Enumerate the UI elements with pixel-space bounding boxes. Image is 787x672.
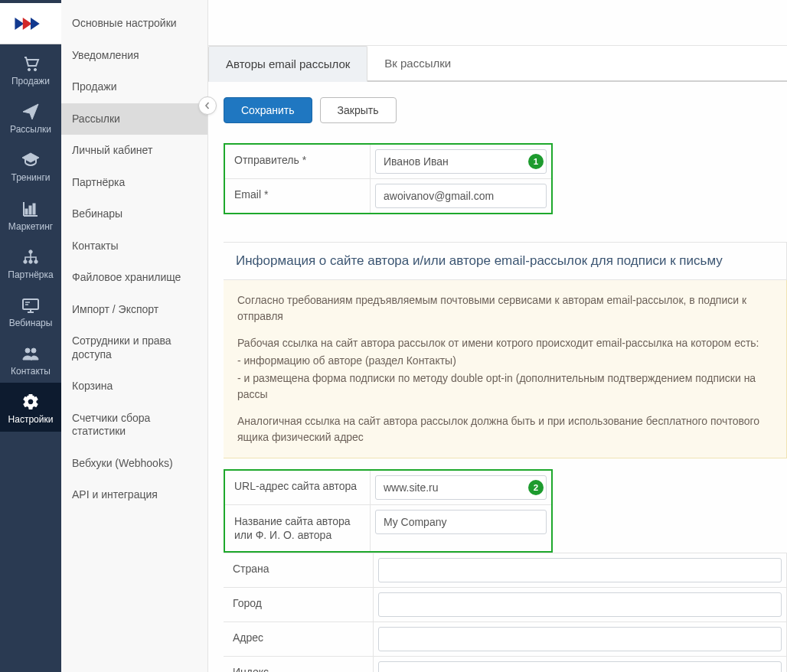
section-heading: Информация о сайте автора и/или авторе e… xyxy=(224,242,787,280)
svg-point-13 xyxy=(28,400,33,404)
network-icon xyxy=(20,247,41,267)
svg-point-8 xyxy=(34,260,38,263)
main-header xyxy=(208,0,787,46)
city-input[interactable] xyxy=(378,592,782,617)
sidebar-item[interactable]: Файловое хранилище xyxy=(61,262,207,294)
sidebar-item[interactable]: API и интеграция xyxy=(61,479,207,511)
svg-point-5 xyxy=(29,250,32,253)
collapse-sidebar-button[interactable] xyxy=(198,96,217,115)
sidebar-item[interactable]: Продажи xyxy=(61,71,207,103)
svg-point-7 xyxy=(29,260,32,263)
nav-rail: Продажи Рассылки Тренинги Маркетинг Парт… xyxy=(0,0,61,672)
address-fields-group: Страна Город Адрес Индекс Номер телефона xyxy=(224,553,787,672)
sidebar-item[interactable]: Уведомления xyxy=(61,40,207,72)
email-input[interactable] xyxy=(375,184,547,208)
main-content: Авторы email рассылок Вк рассылки Сохран… xyxy=(208,0,787,672)
svg-rect-2 xyxy=(25,209,28,214)
rail-item-trainings[interactable]: Тренинги xyxy=(0,141,61,189)
rail-label: Тренинги xyxy=(11,173,50,183)
email-label: Email * xyxy=(225,179,371,213)
rail-label: Рассылки xyxy=(10,125,51,135)
zip-label: Индекс xyxy=(224,657,374,672)
save-button[interactable]: Сохранить xyxy=(224,97,312,123)
settings-sidebar: Основные настройки Уведомления Продажи Р… xyxy=(61,0,208,672)
content: Сохранить Закрыть Отправитель * 1 Email … xyxy=(208,82,787,672)
rail-item-contacts[interactable]: Контакты xyxy=(0,334,61,383)
svg-point-0 xyxy=(28,68,30,70)
sidebar-item[interactable]: Счетчики сбора статистики xyxy=(61,403,207,448)
address-label: Адрес xyxy=(224,622,374,656)
people-icon xyxy=(20,344,41,364)
sender-label: Отправитель * xyxy=(225,145,371,178)
info-text: - и размещена форма подписки по методу d… xyxy=(237,370,772,403)
sidebar-item[interactable]: Корзина xyxy=(61,370,207,403)
close-button[interactable]: Закрыть xyxy=(320,97,397,123)
address-input[interactable] xyxy=(378,627,782,651)
sidebar-item[interactable]: Сотрудники и права доступа xyxy=(61,325,207,370)
rail-item-partner[interactable]: Партнёрка xyxy=(0,238,61,286)
chart-icon xyxy=(20,199,41,219)
site-name-input[interactable] xyxy=(375,510,547,534)
country-input[interactable] xyxy=(378,558,782,582)
sidebar-item[interactable]: Партнёрка xyxy=(61,167,207,199)
sidebar-item[interactable]: Личный кабинет xyxy=(61,135,207,167)
sender-fields-group: Отправитель * 1 Email * xyxy=(224,143,553,214)
site-fields-group: URL-адрес сайта автора 2 Название сайта … xyxy=(224,469,553,553)
rail-label: Партнёрка xyxy=(8,270,53,280)
logo-icon xyxy=(14,15,47,32)
app-logo xyxy=(0,3,61,44)
svg-point-11 xyxy=(31,348,36,353)
rail-label: Контакты xyxy=(11,367,51,377)
info-box: Согласно требованиям предъявляемым почто… xyxy=(224,280,787,458)
annotation-badge-1: 1 xyxy=(528,154,544,169)
tab-vk-mailings[interactable]: Вк рассылки xyxy=(367,46,469,80)
sidebar-item[interactable]: Вебинары xyxy=(61,198,207,230)
svg-point-6 xyxy=(24,260,27,263)
zip-input[interactable] xyxy=(378,661,782,672)
rail-item-mailings[interactable]: Рассылки xyxy=(0,93,61,141)
country-label: Страна xyxy=(224,553,374,587)
graduation-icon xyxy=(20,150,41,170)
rail-item-sales[interactable]: Продажи xyxy=(0,44,61,93)
gear-icon xyxy=(20,392,41,412)
svg-point-10 xyxy=(25,348,30,353)
sidebar-item[interactable]: Основные настройки xyxy=(61,8,207,40)
svg-rect-3 xyxy=(29,206,31,214)
svg-point-1 xyxy=(34,68,36,70)
info-text: Рабочая ссылка на сайт автора рассылок о… xyxy=(237,335,772,351)
info-text: Аналогичная ссылка на сайт автора рассыл… xyxy=(237,413,772,445)
screen-icon xyxy=(20,295,41,315)
tabs: Авторы email рассылок Вк рассылки xyxy=(208,46,787,82)
annotation-badge-2: 2 xyxy=(528,480,544,495)
svg-rect-4 xyxy=(33,204,35,214)
chevron-left-icon xyxy=(204,102,211,109)
site-name-label: Название сайта автора или Ф. И. О. автор… xyxy=(225,505,371,551)
sidebar-item[interactable]: Контакты xyxy=(61,230,207,263)
site-url-input[interactable] xyxy=(375,475,547,500)
tab-email-authors[interactable]: Авторы email рассылок xyxy=(208,46,367,82)
rail-label: Маркетинг xyxy=(8,222,53,232)
sidebar-item[interactable]: Рассылки xyxy=(61,103,207,135)
cart-icon xyxy=(20,54,41,73)
sidebar-item[interactable]: Вебхуки (Webhooks) xyxy=(61,448,207,480)
button-row: Сохранить Закрыть xyxy=(224,97,787,123)
rail-item-marketing[interactable]: Маркетинг xyxy=(0,190,61,238)
rail-label: Продажи xyxy=(11,77,50,86)
rail-label: Настройки xyxy=(8,415,54,425)
rail-label: Вебинары xyxy=(9,318,53,328)
city-label: Город xyxy=(224,588,374,621)
sender-input[interactable] xyxy=(375,149,547,174)
rail-item-settings[interactable]: Настройки xyxy=(0,383,61,431)
url-label: URL-адрес сайта автора xyxy=(225,471,371,504)
info-text: Согласно требованиям предъявляемым почто… xyxy=(237,292,772,325)
rail-item-webinars[interactable]: Вебинары xyxy=(0,286,61,334)
info-text: - информацию об авторе (раздел Контакты) xyxy=(237,353,772,369)
sidebar-item[interactable]: Импорт / Экспорт xyxy=(61,294,207,326)
paperplane-icon xyxy=(20,102,41,122)
